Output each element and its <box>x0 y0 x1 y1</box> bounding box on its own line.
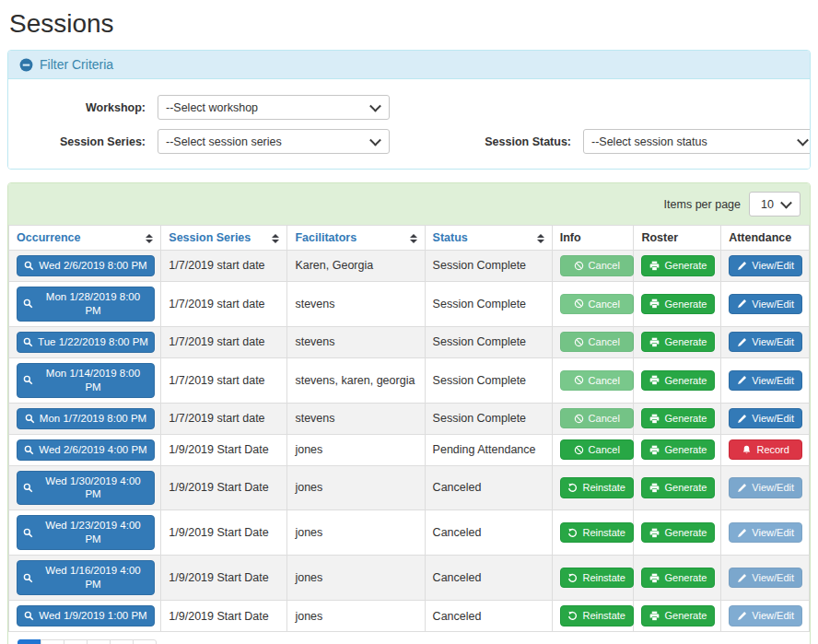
attendance-button-label: View/Edit <box>752 374 794 387</box>
column-header-occurrence[interactable]: Occurrence <box>9 226 161 251</box>
page-5-button[interactable]: 5 <box>110 639 134 644</box>
facilitators-cell: jones <box>287 556 425 601</box>
filter-criteria-header[interactable]: Filter Criteria <box>8 51 810 79</box>
column-header-status[interactable]: Status <box>425 226 552 251</box>
undo-icon <box>567 573 578 583</box>
roster-generate-button[interactable]: Generate <box>641 332 715 352</box>
info-cell: Cancel <box>552 357 634 403</box>
info-button[interactable]: Reinstate <box>560 522 634 543</box>
search-icon <box>24 261 34 271</box>
column-header-facilitators[interactable]: Facilitators <box>287 226 425 251</box>
attendance-button[interactable]: View/Edit <box>729 408 802 428</box>
occurrence-button[interactable]: Tue 1/22/2019 8:00 PM <box>17 332 155 353</box>
info-button[interactable]: Reinstate <box>560 477 634 498</box>
session-series-select[interactable]: --Select session series <box>158 129 390 154</box>
roster-cell: Generate <box>634 510 721 556</box>
attendance-button[interactable]: Record <box>729 439 802 460</box>
occurrence-button[interactable]: Wed 1/30/2019 4:00 PM <box>17 471 155 506</box>
page-next-button[interactable]: » <box>133 639 157 644</box>
occurrence-cell: Wed 2/6/2019 8:00 PM <box>9 251 161 282</box>
occurrence-button[interactable]: Mon 1/7/2019 8:00 PM <box>17 408 155 429</box>
search-icon <box>23 528 33 538</box>
roster-generate-button[interactable]: Generate <box>641 370 715 391</box>
attendance-button-label: Record <box>756 443 789 456</box>
items-per-page-select[interactable]: 10 <box>749 192 800 217</box>
occurrence-button[interactable]: Wed 1/16/2019 4:00 PM <box>17 560 155 595</box>
occurrence-button[interactable]: Wed 2/6/2019 8:00 PM <box>17 255 155 276</box>
attendance-cell: View/Edit <box>721 510 810 556</box>
info-cell: Reinstate <box>552 556 634 601</box>
workshop-select[interactable]: --Select workshop <box>158 95 390 120</box>
occurrence-button[interactable]: Wed 1/9/2019 1:00 PM <box>17 605 155 626</box>
search-icon <box>24 445 34 455</box>
occurrence-button[interactable]: Wed 1/23/2019 4:00 PM <box>17 515 155 550</box>
roster-button-label: Generate <box>664 298 707 310</box>
page-2-button[interactable]: 2 <box>41 639 64 644</box>
ban-icon <box>574 445 584 455</box>
attendance-button: View/Edit <box>729 522 802 543</box>
attendance-button[interactable]: View/Edit <box>729 332 802 352</box>
info-button[interactable]: Reinstate <box>560 605 634 626</box>
sort-icon <box>272 234 279 243</box>
roster-generate-button[interactable]: Generate <box>641 522 715 543</box>
session-series-cell: 1/7/2019 start date <box>161 281 287 326</box>
attendance-button-label: View/Edit <box>752 571 794 584</box>
attendance-cell: Record <box>721 434 810 465</box>
filter-panel: Filter Criteria Workshop: --Select works… <box>7 50 811 170</box>
info-button[interactable]: Reinstate <box>560 568 634 588</box>
printer-icon <box>649 375 660 385</box>
session-status-select[interactable]: --Select session status <box>583 129 811 154</box>
info-button[interactable]: Cancel <box>560 439 634 460</box>
pencil-icon <box>737 299 747 309</box>
roster-button-label: Generate <box>664 259 707 272</box>
attendance-button-label: View/Edit <box>752 335 794 348</box>
printer-icon <box>649 611 660 621</box>
occurrence-cell: Mon 1/14/2019 8:00 PM <box>9 357 161 403</box>
attendance-button[interactable]: View/Edit <box>729 294 802 314</box>
workshop-field: Workshop: --Select workshop <box>8 95 390 120</box>
session-series-cell: 1/9/2019 Start Date <box>161 510 287 556</box>
roster-button-label: Generate <box>664 374 707 387</box>
collapse-minus-icon[interactable] <box>19 58 33 72</box>
ban-icon <box>574 337 584 347</box>
status-cell: Session Complete <box>425 403 552 434</box>
info-button-label: Reinstate <box>582 609 625 622</box>
info-button-label: Cancel <box>589 259 620 272</box>
table-footer: 12345» 1356 Record(s) <box>8 632 810 644</box>
occurrence-button[interactable]: Mon 1/14/2019 8:00 PM <box>17 363 155 398</box>
printer-icon <box>649 528 660 538</box>
roster-generate-button[interactable]: Generate <box>641 255 715 275</box>
occurrence-label: Tue 1/22/2019 8:00 PM <box>38 335 148 349</box>
roster-generate-button[interactable]: Generate <box>641 477 715 498</box>
occurrence-button[interactable]: Wed 2/6/2019 4:00 PM <box>17 439 155 461</box>
info-button-label: Reinstate <box>582 526 625 539</box>
info-cell: Reinstate <box>552 465 634 510</box>
attendance-button[interactable]: View/Edit <box>729 255 802 275</box>
roster-generate-button[interactable]: Generate <box>641 568 715 588</box>
info-button-label: Cancel <box>589 335 620 348</box>
sort-icon <box>146 234 153 243</box>
roster-generate-button[interactable]: Generate <box>641 605 715 626</box>
occurrence-button[interactable]: Mon 1/28/2019 8:00 PM <box>17 287 155 322</box>
pencil-icon <box>737 528 747 538</box>
roster-cell: Generate <box>634 434 721 465</box>
occurrence-label: Wed 1/16/2019 4:00 PM <box>38 564 148 591</box>
occurrence-label: Mon 1/28/2019 8:00 PM <box>38 290 148 318</box>
page-4-button[interactable]: 4 <box>87 639 111 644</box>
facilitators-cell: jones <box>287 601 425 632</box>
attendance-cell: View/Edit <box>721 403 810 434</box>
roster-button-label: Generate <box>664 571 707 584</box>
session-status-label: Session Status: <box>434 135 583 148</box>
pencil-icon <box>737 261 747 271</box>
roster-generate-button[interactable]: Generate <box>641 439 715 460</box>
page-3-button[interactable]: 3 <box>64 639 88 644</box>
roster-generate-button[interactable]: Generate <box>641 408 715 428</box>
attendance-button[interactable]: View/Edit <box>729 370 802 391</box>
roster-cell: Generate <box>634 251 721 282</box>
roster-generate-button[interactable]: Generate <box>641 294 715 314</box>
column-header-session-series[interactable]: Session Series <box>161 226 287 251</box>
page-1-button[interactable]: 1 <box>18 639 41 644</box>
occurrence-cell: Tue 1/22/2019 8:00 PM <box>9 326 161 357</box>
info-button: Cancel <box>560 294 634 314</box>
facilitators-cell: stevens <box>287 403 425 434</box>
